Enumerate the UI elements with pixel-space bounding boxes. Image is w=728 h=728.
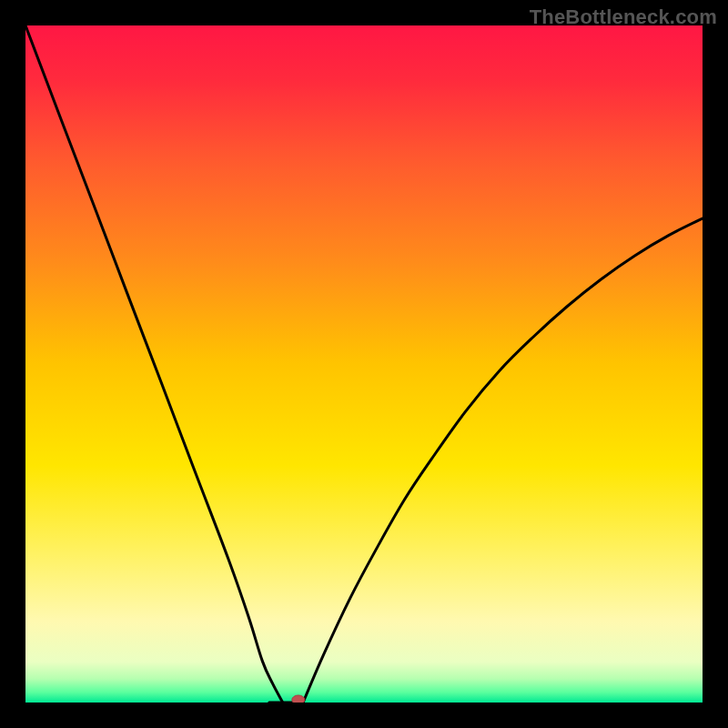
watermark-text: TheBottleneck.com: [530, 5, 717, 29]
marker-group: [292, 695, 305, 703]
chart-frame: TheBottleneck.com: [0, 0, 728, 728]
plot-svg: [25, 25, 703, 703]
gradient-background: [25, 25, 703, 703]
plot-area: [25, 25, 703, 703]
minimum-marker: [292, 695, 305, 703]
